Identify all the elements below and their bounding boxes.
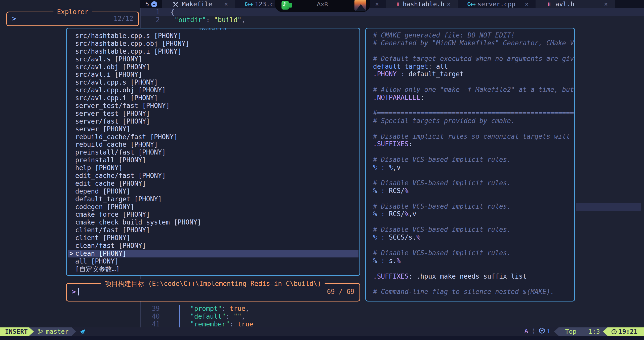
result-label: src/avl.cpp.i [PHONY] (75, 94, 158, 102)
preview-line: .NOTPARALLEL: (373, 94, 574, 101)
result-label: server_test/fast [PHONY] (75, 102, 170, 109)
tab-close-icon[interactable]: × (375, 1, 379, 8)
clock-segment: 19:21 (603, 327, 644, 336)
result-item[interactable]: codegen [PHONY] (68, 203, 358, 211)
result-item[interactable]: server_test [PHONY] (68, 110, 358, 118)
tab-Makefile[interactable]: Makefile× (162, 0, 235, 8)
result-item[interactable]: client/fast [PHONY] (68, 226, 358, 234)
album-art (354, 0, 366, 11)
explorer-count: 12/12 (114, 15, 133, 22)
result-item[interactable]: src/avl.s [PHONY] (68, 55, 358, 63)
results-list: src/hashtable.cpp.s [PHONY]src/hashtable… (68, 32, 358, 272)
tab-close-icon[interactable]: × (525, 1, 529, 8)
preview-line: # CMAKE generated file: DO NOT EDIT! (373, 31, 574, 39)
result-item[interactable]: [自定义参数…] (68, 265, 358, 272)
result-label: src/avl.obj [PHONY] (75, 63, 150, 71)
result-label: src/hashtable.cpp.s [PHONY] (75, 32, 182, 40)
result-item[interactable]: src/avl.cpp.obj [PHONY] (68, 86, 358, 94)
result-label: cmake_force [PHONY] (75, 211, 150, 218)
result-item[interactable]: server_test/fast [PHONY] (68, 102, 358, 110)
preview-line: # Disable implicit rules so canonical ta… (373, 133, 574, 140)
result-item[interactable]: src/avl.obj [PHONY] (68, 63, 358, 71)
result-item[interactable]: default_target [PHONY] (68, 195, 358, 203)
result-item[interactable]: src/hashtable.cpp.obj [PHONY] (68, 40, 358, 48)
result-item[interactable]: preinstall [PHONY] (68, 156, 358, 164)
result-item[interactable]: edit_cache/fast [PHONY] (68, 172, 358, 180)
result-item[interactable]: rebuild_cache [PHONY] (68, 141, 358, 148)
result-label: src/avl.cpp.s [PHONY] (75, 79, 158, 86)
code-text: "outdir": "build", (171, 16, 245, 24)
text-cursor (78, 288, 79, 295)
result-item[interactable]: server/fast [PHONY] (68, 118, 358, 125)
git-branch-segment[interactable]: master (29, 327, 76, 336)
result-label: clean [PHONY] (75, 250, 127, 257)
result-item[interactable]: cmake_check_build_system [PHONY] (68, 218, 358, 226)
result-item-selected[interactable]: >clean [PHONY] (68, 250, 358, 257)
preview-line: # Disable VCS-based implicit rules. (373, 156, 574, 164)
result-item[interactable]: edit_cache [PHONY] (68, 180, 358, 187)
result-label: server [PHONY] (75, 125, 130, 133)
cmdline-area[interactable] (0, 336, 644, 340)
buffer-count: 5 ← (140, 0, 162, 8)
tab-close-icon[interactable]: × (604, 1, 608, 8)
result-item[interactable]: server [PHONY] (68, 125, 358, 133)
music-notification[interactable]: One Step Ahead AxR ♪ (275, 0, 370, 12)
result-item[interactable]: src/avl.cpp.i [PHONY] (68, 94, 358, 102)
result-item[interactable]: src/avl.cpp.s [PHONY] (68, 79, 358, 86)
result-item[interactable]: all [PHONY] (68, 257, 358, 265)
result-item[interactable]: client [PHONY] (68, 234, 358, 242)
tab-label: server.cpp (477, 1, 515, 8)
result-item[interactable]: src/hashtable.cpp.s [PHONY] (68, 32, 358, 40)
result-item[interactable]: cmake_force [PHONY] (68, 211, 358, 218)
back-arrow-icon[interactable]: ← (151, 1, 157, 7)
result-label: cmake_check_build_system [PHONY] (75, 218, 201, 226)
result-label: src/avl.i [PHONY] (75, 71, 142, 78)
cube-icon (539, 327, 545, 334)
picker-prompt-panel[interactable]: 项目构建目标 (E:\code\C++\Implementing-Redis-i… (66, 283, 360, 301)
clock-time: 19:21 (619, 328, 637, 335)
preview-line: # Default target executed when no argume… (373, 55, 574, 63)
buffer-indicator: 1 (547, 327, 550, 336)
result-label: depend [PHONY] (75, 187, 130, 195)
branch-name: master (46, 328, 68, 335)
result-item[interactable]: clean/fast [PHONY] (68, 242, 358, 250)
preview-line: .SUFFIXES: .hpux_make_needs_suffix_list (373, 273, 574, 280)
clock-icon (611, 329, 617, 335)
cursorline-right-split (576, 203, 641, 211)
preview-line: # Allow only one "make -f Makefile2" at … (373, 86, 574, 94)
preview-line: .SUFFIXES: (373, 140, 574, 148)
tab-label: hashtable.h (403, 1, 445, 8)
result-item[interactable]: src/hashtable.cpp.i [PHONY] (68, 48, 358, 55)
result-label: preinstall/fast [PHONY] (75, 148, 166, 156)
preview-line (373, 78, 574, 86)
result-label: preinstall [PHONY] (75, 156, 146, 164)
result-item[interactable]: depend [PHONY] (68, 187, 358, 195)
preview-line: % : RCS/%,v (373, 210, 574, 218)
indent-scope-guide (179, 305, 180, 328)
result-label: help [PHONY] (75, 164, 123, 172)
tab-hashtable.h[interactable]: Hhashtable.h× (386, 0, 458, 8)
tab-close-icon[interactable]: × (447, 1, 451, 8)
result-item[interactable]: src/avl.i [PHONY] (68, 71, 358, 79)
result-item[interactable]: preinstall/fast [PHONY] (68, 148, 358, 156)
tabline-fill (615, 0, 644, 8)
tab-server.cpp[interactable]: C++server.cpp× (458, 0, 536, 8)
explorer-title: Explorer (53, 8, 92, 16)
preview-line (373, 101, 574, 109)
preview-line: % : SCCS/s.% (373, 234, 574, 241)
makefile-preview[interactable]: # CMAKE generated file: DO NOT EDIT!# Ge… (373, 31, 574, 298)
prompt-title: 项目构建目标 (E:\code\C++\Implementing-Redis-i… (101, 279, 325, 288)
result-item[interactable]: rebuild_cache/fast [PHONY] (68, 133, 358, 141)
result-item[interactable]: help [PHONY] (68, 164, 358, 172)
result-label: rebuild_cache [PHONY] (75, 141, 158, 148)
header-file-icon: H (396, 2, 400, 7)
picker-results-panel: Results src/hashtable.cpp.s [PHONY]src/h… (66, 28, 360, 276)
position-segment: Top 1:3 (554, 327, 607, 336)
tab-close-icon[interactable]: × (224, 1, 228, 8)
result-label: clean/fast [PHONY] (75, 242, 146, 249)
result-counter: 69 / 69 (327, 288, 354, 295)
tab-avl.h[interactable]: Havl.h× (536, 0, 615, 8)
cpp-file-icon: C++ (467, 1, 475, 7)
preview-line: #=======================================… (373, 109, 574, 117)
buffer-count-number: 5 (145, 1, 149, 8)
